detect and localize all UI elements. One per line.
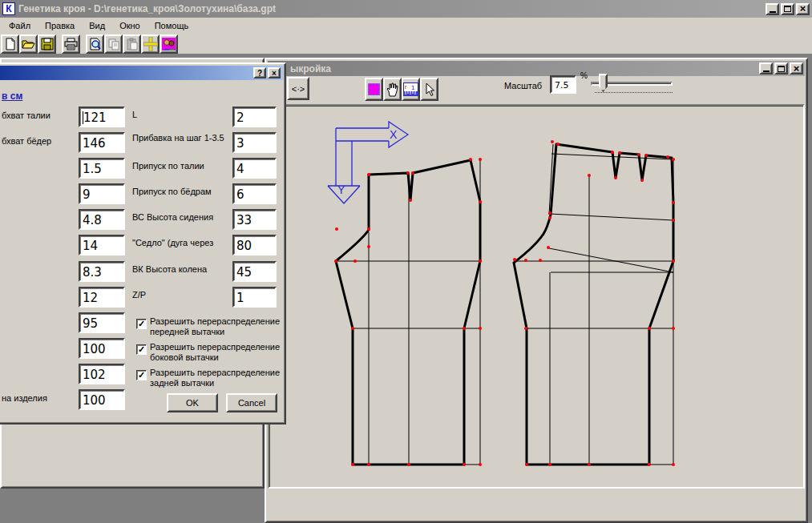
maximize-icon [784, 6, 791, 12]
checkbox-side-dart-line2: боковой вытачки [150, 352, 219, 362]
pointer-tool[interactable] [420, 78, 438, 101]
add-cross-button[interactable] [141, 34, 160, 54]
input-left-4[interactable]: 9 [79, 183, 125, 204]
checkbox-back-dart-line2: задней вытачки [150, 378, 214, 388]
pattern-window-titlebar[interactable]: ыкройка × [268, 61, 805, 76]
axis-x-label: X [390, 128, 398, 141]
dialog-help-button[interactable]: ? [253, 67, 266, 78]
label-knee-height: ВК Высота колена [132, 265, 232, 274]
ruler-icon: 1r [403, 82, 418, 96]
scale-slider-thumb[interactable] [599, 74, 608, 92]
cancel-button[interactable]: Cancel [226, 393, 277, 412]
fit-view-button[interactable]: <·> [287, 77, 309, 100]
minimize-button[interactable] [766, 3, 779, 15]
print-preview-button[interactable] [86, 34, 104, 54]
input-L[interactable]: 2 [232, 107, 277, 127]
pattern-points [334, 140, 675, 466]
input-waist-girth[interactable]: 121 [79, 107, 125, 127]
save-file-button[interactable] [38, 34, 56, 54]
dialog-titlebar[interactable]: ? × [0, 66, 283, 80]
floppy-icon [41, 38, 54, 50]
toolbar-separator [56, 34, 62, 54]
checkbox-icon[interactable]: ✓ [136, 370, 147, 380]
menubar: Файл Правка Вид Окно Помощь [0, 18, 812, 34]
new-document-button[interactable] [1, 34, 19, 54]
select-area-tool[interactable] [365, 78, 383, 101]
input-waist-ease[interactable]: 4 [232, 158, 277, 179]
menu-item-file[interactable]: Файл [2, 19, 38, 32]
label-hip-girth: бхват бёдер [2, 136, 51, 146]
input-left-3[interactable]: 1.5 [79, 158, 125, 179]
label-step-allowance: Прибавка на шаг 1-3.5 [132, 134, 232, 143]
ok-button[interactable]: OK [167, 393, 218, 412]
copy-icon [107, 38, 120, 50]
pattern-window-title: ыкройка [269, 63, 759, 74]
checkbox-front-dart-line1: Разрешить перераспределение [150, 316, 280, 326]
close-icon: × [272, 69, 277, 78]
input-left-8[interactable]: 12 [79, 287, 125, 308]
app-icon: К [2, 2, 15, 15]
input-zp[interactable]: 1 [232, 287, 277, 308]
input-hip-girth[interactable]: 146 [79, 132, 125, 153]
pattern-close-button[interactable]: × [790, 62, 803, 74]
label-L: L [132, 111, 232, 119]
checkbox-front-dart-line2: передней вытачки [150, 327, 224, 336]
menu-item-help[interactable]: Помощь [147, 19, 196, 32]
input-left-6[interactable]: 14 [79, 235, 125, 255]
pan-hand-tool[interactable] [383, 78, 402, 101]
pattern-window: ыкройка × <·> 1r Масштаб 7.5 % [265, 58, 808, 523]
paste-icon [126, 38, 139, 50]
label-zp: Z/P [132, 291, 232, 300]
label-seat-height: ВС Высота сидения [132, 213, 232, 222]
checkbox-side-dart-line1: Разрешить перераспределение [150, 342, 280, 352]
menu-item-edit[interactable]: Правка [38, 19, 82, 32]
scale-input[interactable]: 7.5 [550, 75, 576, 94]
pattern-minimize-button[interactable] [759, 62, 773, 74]
main-window-title: Генетика кроя - D:\генетика_кроя\Золотух… [18, 3, 766, 14]
menu-item-window[interactable]: Окно [112, 19, 147, 32]
people-icon [162, 38, 176, 50]
print-button[interactable] [62, 34, 80, 54]
input-garment-length[interactable]: 100 [79, 389, 125, 410]
input-hip-ease[interactable]: 6 [232, 183, 277, 204]
label-hip-ease: Припуск по бёдрам [132, 187, 232, 196]
front-pattern-piece [336, 160, 480, 465]
dialog-header-cm: в см [2, 91, 22, 102]
main-titlebar[interactable]: К Генетика кроя - D:\генетика_кроя\Золот… [0, 0, 812, 18]
maximize-icon [778, 66, 785, 72]
input-left-5[interactable]: 4.8 [79, 209, 125, 230]
pattern-maximize-button[interactable] [774, 62, 788, 74]
close-icon: × [800, 5, 806, 13]
close-button[interactable]: × [796, 3, 810, 15]
menu-item-view[interactable]: Вид [82, 19, 112, 32]
open-folder-icon [22, 38, 35, 50]
input-left-11[interactable]: 102 [79, 364, 125, 384]
checkbox-icon[interactable]: ✓ [136, 344, 147, 355]
input-left-10[interactable]: 100 [79, 338, 125, 359]
input-saddle-arc[interactable]: 80 [232, 235, 277, 255]
scale-label: Масштаб [504, 81, 542, 91]
label-saddle-arc: "Седло" (дуга через [132, 239, 232, 247]
back-pattern-piece [514, 144, 673, 465]
main-toolbar [0, 34, 812, 54]
input-step-allowance[interactable]: 3 [232, 132, 277, 153]
open-file-button[interactable] [19, 34, 38, 54]
people-colors-button[interactable] [160, 34, 178, 54]
close-icon: × [794, 65, 800, 73]
pattern-canvas[interactable]: X Y [268, 104, 805, 489]
select-area-icon [368, 83, 380, 95]
measure-ruler-tool[interactable]: 1r [402, 78, 420, 101]
input-left-7[interactable]: 8.3 [79, 261, 125, 282]
cursor-arrow-icon [424, 82, 435, 97]
pattern-drawing: X Y [269, 106, 803, 486]
pattern-tool-group: 1r [365, 78, 438, 101]
checkbox-icon[interactable]: ✓ [136, 319, 147, 329]
maximize-button[interactable] [781, 3, 794, 15]
paste-button[interactable] [123, 34, 141, 54]
input-left-9[interactable]: 95 [79, 312, 125, 333]
dialog-close-button[interactable]: × [268, 67, 281, 78]
input-knee-height[interactable]: 45 [232, 261, 277, 282]
copy-button[interactable] [104, 34, 123, 54]
input-seat-height[interactable]: 33 [232, 209, 277, 230]
toolbar-separator [80, 34, 86, 54]
